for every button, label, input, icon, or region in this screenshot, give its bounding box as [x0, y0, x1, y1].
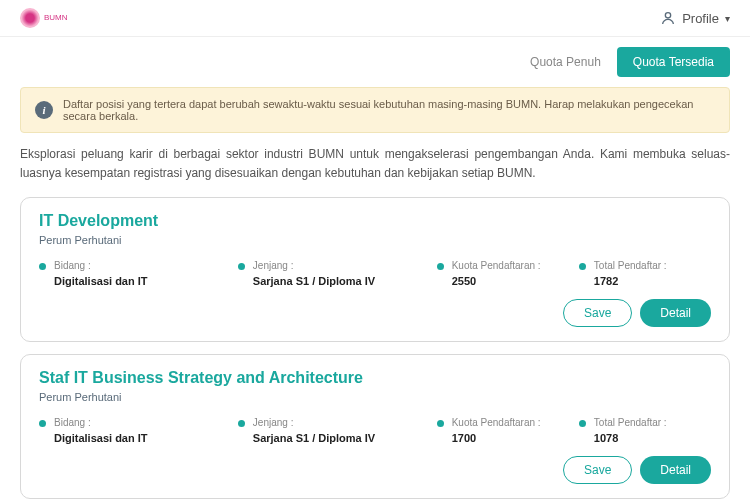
job-title[interactable]: Staf IT Business Strategy and Architectu… [39, 369, 711, 387]
bullet-icon [437, 263, 444, 270]
svg-point-0 [665, 13, 670, 18]
tab-quota-available[interactable]: Quota Tersedia [617, 47, 730, 77]
field-bidang: Digitalisasi dan IT [54, 432, 148, 444]
field-label: Total Pendaftar : [594, 417, 667, 428]
job-card: IT Development Perum Perhutani Bidang :D… [20, 197, 730, 342]
logo[interactable]: BUMN [20, 8, 68, 28]
field-kuota: 1700 [452, 432, 541, 444]
bullet-icon [39, 420, 46, 427]
save-button[interactable]: Save [563, 299, 632, 327]
logo-icon [20, 8, 40, 28]
chevron-down-icon: ▾ [725, 13, 730, 24]
job-card: Staf IT Business Strategy and Architectu… [20, 354, 730, 499]
detail-button[interactable]: Detail [640, 299, 711, 327]
bullet-icon [238, 420, 245, 427]
info-alert: i Daftar posisi yang tertera dapat berub… [20, 87, 730, 133]
field-label: Bidang : [54, 417, 148, 428]
field-label: Jenjang : [253, 417, 375, 428]
field-label: Kuota Pendaftaran : [452, 260, 541, 271]
field-kuota: 2550 [452, 275, 541, 287]
field-jenjang: Sarjana S1 / Diploma IV [253, 275, 375, 287]
bullet-icon [579, 263, 586, 270]
field-label: Kuota Pendaftaran : [452, 417, 541, 428]
job-company: Perum Perhutani [39, 234, 711, 246]
header: BUMN Profile ▾ [0, 0, 750, 37]
job-fields: Bidang :Digitalisasi dan IT Jenjang :Sar… [39, 417, 711, 444]
field-label: Jenjang : [253, 260, 375, 271]
intro-text: Eksplorasi peluang karir di berbagai sek… [0, 145, 750, 197]
detail-button[interactable]: Detail [640, 456, 711, 484]
field-total: 1078 [594, 432, 667, 444]
profile-label: Profile [682, 11, 719, 26]
field-total: 1782 [594, 275, 667, 287]
bullet-icon [39, 263, 46, 270]
bullet-icon [579, 420, 586, 427]
bullet-icon [238, 263, 245, 270]
save-button[interactable]: Save [563, 456, 632, 484]
field-label: Bidang : [54, 260, 148, 271]
logo-text: BUMN [44, 14, 68, 22]
card-actions: Save Detail [39, 456, 711, 484]
field-jenjang: Sarjana S1 / Diploma IV [253, 432, 375, 444]
job-fields: Bidang :Digitalisasi dan IT Jenjang :Sar… [39, 260, 711, 287]
info-icon: i [35, 101, 53, 119]
job-company: Perum Perhutani [39, 391, 711, 403]
tab-quota-full[interactable]: Quota Penuh [514, 47, 617, 77]
card-actions: Save Detail [39, 299, 711, 327]
profile-icon [660, 10, 676, 26]
bullet-icon [437, 420, 444, 427]
alert-text: Daftar posisi yang tertera dapat berubah… [63, 98, 715, 122]
field-bidang: Digitalisasi dan IT [54, 275, 148, 287]
profile-menu[interactable]: Profile ▾ [660, 10, 730, 26]
job-title[interactable]: IT Development [39, 212, 711, 230]
field-label: Total Pendaftar : [594, 260, 667, 271]
tabs: Quota Penuh Quota Tersedia [0, 37, 750, 87]
